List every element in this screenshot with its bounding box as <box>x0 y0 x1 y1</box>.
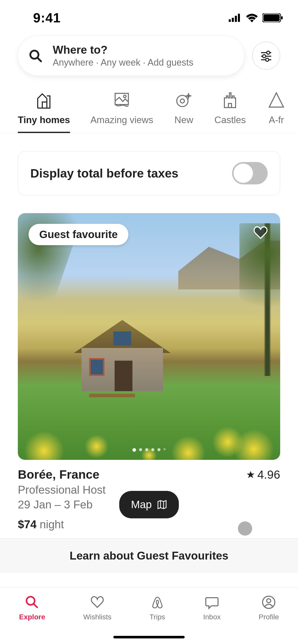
category-label: New <box>174 115 193 125</box>
star-icon <box>247 471 255 479</box>
svg-rect-6 <box>281 16 283 19</box>
filter-button[interactable] <box>252 42 280 70</box>
tab-wishlists[interactable]: Wishlists <box>83 595 111 621</box>
search-icon <box>28 49 43 63</box>
listing-card[interactable]: Guest favourite Borée, France 4.96 Profe… <box>18 213 280 538</box>
status-bar: 9:41 <box>0 0 298 33</box>
cellular-icon <box>229 14 241 22</box>
listing-location: Borée, France <box>18 467 99 481</box>
tab-label: Explore <box>19 613 45 621</box>
svg-point-10 <box>267 51 270 54</box>
sliders-icon <box>260 50 272 62</box>
svg-point-14 <box>266 58 269 61</box>
tab-label: Inbox <box>203 613 221 621</box>
category-aframes[interactable]: A-fr <box>266 90 287 133</box>
svg-rect-5 <box>263 14 280 21</box>
svg-point-18 <box>180 99 184 103</box>
wifi-icon <box>246 13 258 22</box>
category-castles[interactable]: Castles <box>214 90 246 133</box>
wishlist-heart-button[interactable] <box>252 224 269 242</box>
svg-point-22 <box>267 599 271 603</box>
price-unit: night <box>40 518 64 531</box>
tab-profile[interactable]: Profile <box>259 595 279 621</box>
guest-favourite-badge: Guest favourite <box>29 224 128 245</box>
new-icon <box>175 91 193 109</box>
tax-toggle[interactable] <box>232 162 268 184</box>
home-indicator[interactable] <box>113 636 185 638</box>
category-label: Tiny homes <box>18 115 70 125</box>
category-label: A-fr <box>269 115 284 125</box>
category-amazing-views[interactable]: Amazing views <box>90 90 153 133</box>
tab-label: Trips <box>150 613 165 621</box>
listing-image[interactable]: Guest favourite <box>18 213 280 460</box>
categories[interactable]: Tiny homes Amazing views New Castles A-f… <box>0 76 298 133</box>
image-pagination-dots <box>132 448 166 452</box>
message-icon <box>205 595 219 609</box>
search-text: Where to? Anywhere · Any week · Add gues… <box>53 43 193 68</box>
search-pill[interactable]: Where to? Anywhere · Any week · Add gues… <box>18 36 245 76</box>
rating-value: 4.96 <box>257 468 280 481</box>
status-icons <box>229 13 283 22</box>
search-subtitle: Anywhere · Any week · Add guests <box>53 57 193 68</box>
listing-rating: 4.96 <box>247 468 280 481</box>
status-time: 9:41 <box>33 10 61 25</box>
map-button[interactable]: Map <box>119 491 179 518</box>
svg-rect-2 <box>235 16 237 22</box>
svg-line-8 <box>37 58 41 61</box>
map-icon <box>157 500 167 510</box>
aframe-icon <box>267 91 286 109</box>
svg-point-16 <box>124 95 126 98</box>
category-label: Castles <box>214 115 246 125</box>
amazing-views-icon <box>113 91 131 109</box>
svg-rect-1 <box>232 18 234 22</box>
tab-bar: Explore Wishlists Trips Inbox Profile <box>0 587 298 644</box>
svg-rect-3 <box>238 14 240 22</box>
map-button-label: Map <box>131 499 152 511</box>
svg-rect-0 <box>229 19 231 22</box>
tab-inbox[interactable]: Inbox <box>203 595 221 621</box>
tax-toggle-label: Display total before taxes <box>30 166 179 180</box>
airbnb-icon <box>150 595 165 609</box>
scroll-indicator <box>238 521 252 536</box>
heart-icon <box>253 225 268 240</box>
tab-label: Profile <box>259 613 279 621</box>
category-label: Amazing views <box>90 115 153 125</box>
tab-trips[interactable]: Trips <box>150 595 165 621</box>
heart-icon <box>90 595 104 609</box>
guest-favourites-banner[interactable]: Learn about Guest Favourites <box>0 538 298 573</box>
category-tiny-homes[interactable]: Tiny homes <box>18 90 70 133</box>
tiny-home-icon <box>35 91 53 109</box>
castle-icon <box>221 91 239 109</box>
search-row: Where to? Anywhere · Any week · Add gues… <box>0 36 298 76</box>
svg-point-12 <box>263 55 266 58</box>
profile-icon <box>262 595 276 609</box>
svg-point-17 <box>177 95 188 107</box>
search-icon <box>25 595 39 609</box>
tab-explore[interactable]: Explore <box>19 595 45 621</box>
svg-line-20 <box>34 604 37 607</box>
banner-text: Learn about Guest Favourites <box>70 549 228 562</box>
price-amount: $74 <box>18 518 36 531</box>
search-title: Where to? <box>53 43 193 56</box>
battery-icon <box>262 13 283 22</box>
category-new[interactable]: New <box>174 90 194 133</box>
tab-label: Wishlists <box>83 613 111 621</box>
tax-toggle-card: Display total before taxes <box>18 151 280 195</box>
